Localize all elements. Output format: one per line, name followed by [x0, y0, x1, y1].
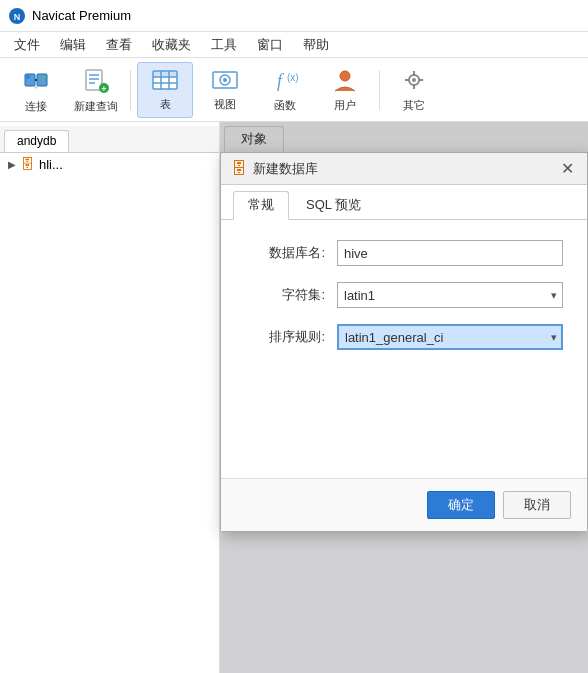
menu-window[interactable]: 窗口 — [247, 32, 293, 57]
app-title: Navicat Premium — [32, 8, 131, 23]
expand-arrow: ▶ — [8, 159, 16, 170]
new-query-icon: + — [82, 66, 110, 98]
toolbar: + 连接 + 新建查询 — [0, 58, 588, 122]
toolbar-new-query[interactable]: + 新建查询 — [68, 62, 124, 118]
sidebar-item-andydb[interactable]: ▶ 🗄 hli... — [0, 153, 219, 175]
dialog-titlebar: 🗄 新建数据库 ✕ — [221, 153, 587, 185]
form-row-collation: 排序规则: latin1_general_ci latin1_swedish_c… — [245, 324, 563, 350]
dialog-body: 数据库名: 字符集: latin1 utf8 utf8mb4 gbk — [221, 220, 587, 424]
dialog-tab-sql-preview[interactable]: SQL 预览 — [291, 191, 376, 219]
svg-text:+: + — [34, 84, 38, 91]
charset-select-wrap: latin1 utf8 utf8mb4 gbk ▾ — [337, 282, 563, 308]
sidebar-andydb-tab[interactable]: andydb — [4, 130, 69, 152]
menu-bar: 文件 编辑 查看 收藏夹 工具 窗口 帮助 — [0, 32, 588, 58]
dialog-title: 新建数据库 — [253, 160, 318, 178]
form-row-charset: 字符集: latin1 utf8 utf8mb4 gbk ▾ — [245, 282, 563, 308]
svg-point-22 — [223, 78, 227, 82]
menu-help[interactable]: 帮助 — [293, 32, 339, 57]
toolbar-connect-label: 连接 — [25, 100, 47, 113]
app-icon: N — [8, 7, 26, 25]
toolbar-user[interactable]: 用户 — [317, 62, 373, 118]
function-icon: f (x) — [271, 67, 299, 97]
collation-select-wrap: latin1_general_ci latin1_swedish_ci lati… — [337, 324, 563, 350]
charset-label: 字符集: — [245, 286, 325, 304]
dialog-tab-general[interactable]: 常规 — [233, 191, 289, 220]
menu-view[interactable]: 查看 — [96, 32, 142, 57]
new-database-dialog: 🗄 新建数据库 ✕ 常规 SQL 预览 数据库名: — [220, 152, 588, 532]
dialog-close-button[interactable]: ✕ — [557, 159, 577, 179]
title-bar: N Navicat Premium — [0, 0, 588, 32]
dialog-overlay: 🗄 新建数据库 ✕ 常规 SQL 预览 数据库名: — [220, 122, 588, 673]
svg-text:(x): (x) — [287, 72, 299, 83]
toolbar-connect[interactable]: + 连接 — [8, 62, 64, 118]
toolbar-table-label: 表 — [160, 98, 171, 111]
sidebar: andydb ▶ 🗄 hli... — [0, 122, 220, 673]
svg-text:N: N — [14, 12, 21, 22]
dialog-db-icon: 🗄 — [231, 160, 247, 178]
toolbar-view-label: 视图 — [214, 98, 236, 111]
svg-text:+: + — [101, 84, 106, 94]
view-icon — [211, 68, 239, 96]
form-row-dbname: 数据库名: — [245, 240, 563, 266]
toolbar-table[interactable]: 表 — [137, 62, 193, 118]
db-name-input[interactable] — [337, 240, 563, 266]
charset-select[interactable]: latin1 utf8 utf8mb4 gbk — [337, 282, 563, 308]
svg-text:f: f — [277, 71, 285, 91]
ok-button[interactable]: 确定 — [427, 491, 495, 519]
dialog-spacer — [221, 424, 587, 478]
toolbar-other[interactable]: 其它 — [386, 62, 442, 118]
toolbar-sep-2 — [379, 70, 380, 110]
other-icon — [400, 67, 428, 97]
connect-icon: + — [22, 66, 50, 98]
dialog-tabs: 常规 SQL 预览 — [221, 185, 587, 220]
db-icon: 🗄 — [20, 156, 34, 172]
table-icon — [151, 68, 179, 96]
toolbar-new-query-label: 新建查询 — [74, 100, 118, 113]
menu-favorites[interactable]: 收藏夹 — [142, 32, 201, 57]
db-name-label: 数据库名: — [245, 244, 325, 262]
toolbar-view[interactable]: 视图 — [197, 62, 253, 118]
collation-label: 排序规则: — [245, 328, 325, 346]
dialog-title-left: 🗄 新建数据库 — [231, 160, 318, 178]
svg-rect-3 — [37, 74, 47, 86]
toolbar-function[interactable]: f (x) 函数 — [257, 62, 313, 118]
toolbar-sep-1 — [130, 70, 131, 110]
menu-file[interactable]: 文件 — [4, 32, 50, 57]
menu-edit[interactable]: 编辑 — [50, 32, 96, 57]
svg-point-5 — [26, 75, 30, 79]
user-icon — [331, 67, 359, 97]
dialog-footer: 确定 取消 — [221, 478, 587, 531]
menu-tools[interactable]: 工具 — [201, 32, 247, 57]
svg-point-25 — [340, 71, 350, 81]
sidebar-item-label: hli... — [39, 157, 63, 172]
svg-rect-19 — [153, 71, 177, 77]
toolbar-user-label: 用户 — [334, 99, 356, 112]
svg-point-6 — [43, 75, 46, 78]
toolbar-other-label: 其它 — [403, 99, 425, 112]
collation-select[interactable]: latin1_general_ci latin1_swedish_ci lati… — [337, 324, 563, 350]
toolbar-function-label: 函数 — [274, 99, 296, 112]
cancel-button[interactable]: 取消 — [503, 491, 571, 519]
svg-point-27 — [412, 78, 416, 82]
